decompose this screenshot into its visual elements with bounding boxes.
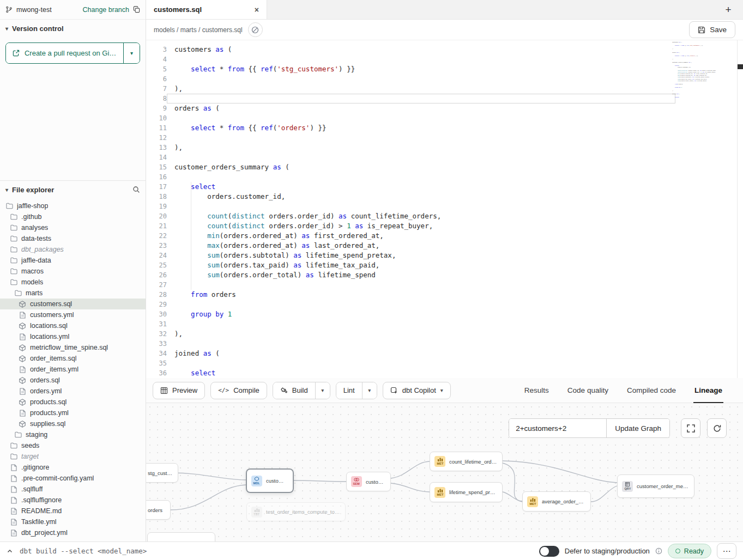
code-line-25[interactable]: 25 sum(orders.tax_paid) as lifetime_tax_… xyxy=(146,260,743,270)
tree-item-products.yml[interactable]: products.yml xyxy=(0,407,146,418)
tree-item-customers.yml[interactable]: customers.yml xyxy=(0,309,146,320)
code-line-34[interactable]: 34joined as ( xyxy=(146,349,743,358)
preview-button[interactable]: Preview xyxy=(153,382,205,399)
tree-item-locations.sql[interactable]: locations.sql xyxy=(0,320,146,331)
tree-item-supplies.sql[interactable]: supplies.sql xyxy=(0,418,146,429)
tree-item-target[interactable]: target xyxy=(0,451,146,462)
more-options-button[interactable]: ⋯ xyxy=(717,543,736,559)
scrollbar-thumb[interactable] xyxy=(738,64,743,69)
copy-icon[interactable] xyxy=(133,6,140,13)
code-line-20[interactable]: 20 count(distinct orders.order_id) as co… xyxy=(146,211,743,221)
chevron-up-icon[interactable] xyxy=(7,548,13,555)
save-button[interactable]: Save xyxy=(689,21,735,38)
lineage-node-orders[interactable]: MDLorders xyxy=(146,500,171,520)
code-line-8[interactable]: 8 xyxy=(146,94,743,104)
code-line-12[interactable]: 12 xyxy=(146,133,743,143)
lint-dropdown-button[interactable]: ▾ xyxy=(362,382,377,399)
tree-item-dbt_project.yml[interactable]: dbt_project.yml xyxy=(0,527,146,538)
defer-toggle[interactable] xyxy=(539,546,559,557)
lineage-node-lifetime_spend_pretax[interactable]: METlifetime_spend_pretax xyxy=(430,482,503,502)
tree-item-orders.sql[interactable]: orders.sql xyxy=(0,375,146,386)
tree-item-models[interactable]: models xyxy=(0,277,146,288)
result-tab-lineage[interactable]: Lineage xyxy=(694,378,722,403)
code-line-23[interactable]: 23 max(orders.ordered_at) as last_ordere… xyxy=(146,241,743,251)
code-line-33[interactable]: 33 xyxy=(146,339,743,349)
lineage-selector-input[interactable] xyxy=(509,419,606,437)
code-line-18[interactable]: 18 orders.customer_id, xyxy=(146,192,743,202)
create-pr-button[interactable]: Create a pull request on Git... xyxy=(6,43,123,63)
code-editor[interactable]: 3customers as (45 select * from {{ ref('… xyxy=(146,40,743,378)
tree-item-order_items.yml[interactable]: order_items.yml xyxy=(0,364,146,375)
version-control-header[interactable]: ▾ Version control xyxy=(0,20,146,37)
tree-item-orders.yml[interactable]: orders.yml xyxy=(0,386,146,397)
tree-item-jaffle-data[interactable]: jaffle-data xyxy=(0,255,146,266)
refresh-button[interactable] xyxy=(707,418,727,438)
lineage-node-customers[interactable]: MDLcustomers xyxy=(246,469,293,492)
tab-customers-sql[interactable]: customers.sql × xyxy=(146,0,267,19)
code-line-22[interactable]: 22 min(orders.ordered_at) as first_order… xyxy=(146,231,743,241)
tree-item-.github[interactable]: .github xyxy=(0,211,146,222)
lineage-node-partial[interactable] xyxy=(147,532,215,541)
code-line-9[interactable]: 9orders as ( xyxy=(146,104,743,113)
lineage-node-count_lifetime_orders[interactable]: METcount_lifetime_orders xyxy=(430,452,503,471)
tree-item-customers.sql[interactable]: customers.sql xyxy=(0,299,146,309)
lineage-panel[interactable]: MDLstg_customersMDLordersMDLcustomersSEM… xyxy=(146,403,743,541)
code-line-24[interactable]: 24 sum(orders.subtotal) as lifetime_spen… xyxy=(146,251,743,260)
file-explorer-header[interactable]: ▾ File explorer xyxy=(0,181,146,198)
lineage-node-customers[interactable]: SEMcustomers xyxy=(346,472,391,491)
lineage-node-customer_order_metrics[interactable]: QRYcustomer_order_metrics xyxy=(617,474,694,498)
tree-item-.sqlfluff[interactable]: .sqlfluff xyxy=(0,484,146,495)
search-icon[interactable] xyxy=(132,186,140,193)
code-line-4[interactable]: 4 xyxy=(146,54,743,64)
tree-item-locations.yml[interactable]: locations.yml xyxy=(0,331,146,342)
build-button[interactable]: Build xyxy=(273,382,315,399)
change-branch-link[interactable]: Change branch xyxy=(83,6,129,14)
code-line-35[interactable]: 35 xyxy=(146,358,743,368)
code-line-3[interactable]: 3customers as ( xyxy=(146,45,743,54)
code-line-13[interactable]: 13), xyxy=(146,143,743,153)
build-dropdown-button[interactable]: ▾ xyxy=(315,382,330,399)
close-icon[interactable]: × xyxy=(255,5,259,14)
fullscreen-button[interactable] xyxy=(681,418,700,438)
tree-item-.pre-commit-config.yaml[interactable]: .pre-commit-config.yaml xyxy=(0,473,146,484)
tree-item-README.md[interactable]: README.md xyxy=(0,506,146,516)
tree-item-macros[interactable]: macros xyxy=(0,266,146,277)
result-tab-compiled-code[interactable]: Compiled code xyxy=(627,378,676,403)
tree-item-seeds[interactable]: seeds xyxy=(0,440,146,451)
code-line-29[interactable]: 29 xyxy=(146,300,743,309)
result-tab-results[interactable]: Results xyxy=(524,378,549,403)
code-line-7[interactable]: 7), xyxy=(146,84,743,94)
info-icon[interactable] xyxy=(655,547,662,555)
tree-item-.gitignore[interactable]: .gitignore xyxy=(0,462,146,473)
editor-scrollbar[interactable] xyxy=(737,40,743,378)
code-line-6[interactable]: 6 xyxy=(146,74,743,84)
tree-item-order_items.sql[interactable]: order_items.sql xyxy=(0,353,146,364)
tree-item-Taskfile.yml[interactable]: Taskfile.yml xyxy=(0,516,146,527)
compile-button[interactable]: </> Compile xyxy=(210,382,267,399)
tree-item-.sqlfluffignore[interactable]: .sqlfluffignore xyxy=(0,495,146,506)
lineage-node-test_order_items_compute_to_bools...[interactable]: TSTtest_order_items_compute_to_bools... xyxy=(246,502,346,521)
tree-item-metricflow_time_spine.sql[interactable]: metricflow_time_spine.sql xyxy=(0,342,146,353)
code-line-36[interactable]: 36 select xyxy=(146,368,743,378)
code-line-11[interactable]: 11 select * from {{ ref('orders') }} xyxy=(146,123,743,133)
tree-item-products.sql[interactable]: products.sql xyxy=(0,397,146,407)
code-line-15[interactable]: 15customer_orders_summary as ( xyxy=(146,162,743,172)
tree-item-staging[interactable]: staging xyxy=(0,429,146,440)
code-line-30[interactable]: 30 group by 1 xyxy=(146,309,743,319)
code-line-16[interactable]: 16 xyxy=(146,172,743,182)
copilot-toggle-button[interactable] xyxy=(248,22,263,37)
code-line-21[interactable]: 21 count(distinct orders.order_id) > 1 a… xyxy=(146,221,743,231)
tree-item-data-tests[interactable]: data-tests xyxy=(0,233,146,244)
update-graph-button[interactable]: Update Graph xyxy=(606,419,669,437)
code-line-5[interactable]: 5 select * from {{ ref('stg_customers') … xyxy=(146,64,743,74)
lineage-node-stg_customers[interactable]: MDLstg_customers xyxy=(146,463,178,483)
create-pr-dropdown-button[interactable]: ▾ xyxy=(123,43,140,63)
lint-button[interactable]: Lint xyxy=(336,382,362,399)
dbt-copilot-button[interactable]: dbt Copilot ▾ xyxy=(383,382,451,399)
result-tab-code-quality[interactable]: Code quality xyxy=(567,378,608,403)
code-line-26[interactable]: 26 sum(orders.order_total) as lifetime_s… xyxy=(146,270,743,280)
code-line-17[interactable]: 17 select xyxy=(146,182,743,192)
code-line-14[interactable]: 14 xyxy=(146,153,743,162)
new-tab-button[interactable]: + xyxy=(719,1,738,19)
code-line-31[interactable]: 31 xyxy=(146,319,743,329)
